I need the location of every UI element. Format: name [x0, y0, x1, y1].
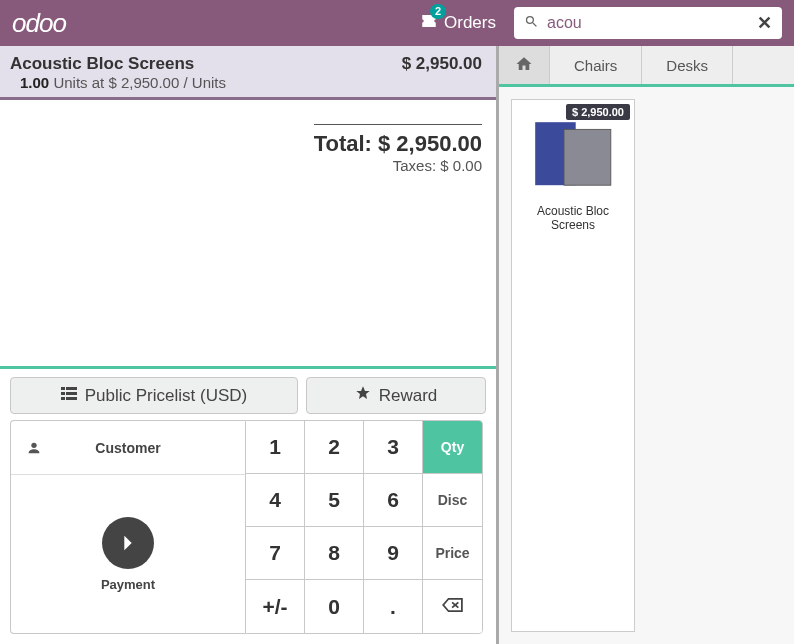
- search-box[interactable]: ✕: [514, 7, 782, 39]
- tab-desks[interactable]: Desks: [642, 46, 733, 84]
- numpad-9[interactable]: 9: [364, 527, 423, 580]
- chevron-right-icon: [102, 517, 154, 569]
- tab-chairs[interactable]: Chairs: [550, 46, 642, 84]
- keypad-area: Customer Payment 1 2 3 Qty 4 5 6 Disc 7: [0, 420, 496, 644]
- pricelist-button[interactable]: Public Pricelist (USD): [10, 377, 298, 414]
- order-line[interactable]: Acoustic Bloc Screens 1.00 Units at $ 2,…: [0, 46, 496, 100]
- numpad-price[interactable]: Price: [423, 527, 482, 580]
- numpad-4[interactable]: 4: [246, 474, 305, 527]
- svg-point-6: [31, 442, 36, 447]
- home-icon: [515, 55, 533, 76]
- taxes-row: Taxes: $ 0.00: [314, 157, 482, 174]
- svg-rect-2: [61, 392, 65, 395]
- svg-rect-3: [66, 392, 77, 395]
- numpad-1[interactable]: 1: [246, 421, 305, 474]
- product-card[interactable]: $ 2,950.00 Acoustic Bloc Screens: [511, 99, 635, 632]
- orders-count-badge: 2: [430, 4, 446, 19]
- svg-rect-10: [564, 129, 611, 185]
- customer-button[interactable]: Customer: [11, 421, 245, 475]
- reward-button[interactable]: Reward: [306, 377, 486, 414]
- numpad-8[interactable]: 8: [305, 527, 364, 580]
- search-icon: [524, 14, 539, 33]
- category-tabs: Chairs Desks: [499, 46, 794, 87]
- orderline-qty: 1.00 Units at $ 2,950.00 / Units: [20, 74, 226, 91]
- svg-rect-1: [66, 387, 77, 390]
- close-icon[interactable]: ✕: [757, 12, 772, 34]
- list-icon: [61, 386, 77, 406]
- numpad-3[interactable]: 3: [364, 421, 423, 474]
- numpad-backspace[interactable]: [423, 580, 482, 633]
- numpad-qty[interactable]: Qty: [423, 421, 482, 474]
- total-row: Total: $ 2,950.00: [314, 131, 482, 157]
- payment-button[interactable]: Payment: [11, 475, 245, 633]
- numpad-disc[interactable]: Disc: [423, 474, 482, 527]
- product-name: Acoustic Bloc Screens: [512, 200, 634, 238]
- tab-home[interactable]: [499, 46, 550, 84]
- cart-area: Total: $ 2,950.00 Taxes: $ 0.00: [0, 100, 496, 366]
- orders-label: Orders: [444, 13, 496, 33]
- logo: odoo: [12, 8, 66, 39]
- numpad-2[interactable]: 2: [305, 421, 364, 474]
- orders-button[interactable]: 2 Orders: [414, 12, 502, 35]
- order-summary: Total: $ 2,950.00 Taxes: $ 0.00: [314, 120, 482, 174]
- left-panel: Acoustic Bloc Screens 1.00 Units at $ 2,…: [0, 46, 499, 644]
- numpad-dot[interactable]: .: [364, 580, 423, 633]
- price-tag: $ 2,950.00: [566, 104, 630, 120]
- numpad-6[interactable]: 6: [364, 474, 423, 527]
- svg-rect-0: [61, 387, 65, 390]
- numpad-5[interactable]: 5: [305, 474, 364, 527]
- numpad-0[interactable]: 0: [305, 580, 364, 633]
- user-icon: [11, 440, 57, 456]
- backspace-icon: [442, 597, 464, 616]
- products-grid: $ 2,950.00 Acoustic Bloc Screens: [499, 87, 794, 644]
- top-bar: odoo 2 Orders ✕: [0, 0, 794, 46]
- ticket-icon: 2: [420, 12, 438, 35]
- orderline-price: $ 2,950.00: [402, 54, 482, 91]
- numpad-plusminus[interactable]: +/-: [246, 580, 305, 633]
- search-input[interactable]: [539, 14, 757, 32]
- numpad-7[interactable]: 7: [246, 527, 305, 580]
- right-panel: Chairs Desks $ 2,950.00 Acoustic Bloc Sc…: [499, 46, 794, 644]
- numpad: 1 2 3 Qty 4 5 6 Disc 7 8 9 Price +/- 0 .: [245, 420, 483, 634]
- svg-rect-4: [61, 397, 65, 400]
- orderline-product-name: Acoustic Bloc Screens: [10, 54, 226, 74]
- star-icon: [355, 385, 371, 406]
- svg-rect-5: [66, 397, 77, 400]
